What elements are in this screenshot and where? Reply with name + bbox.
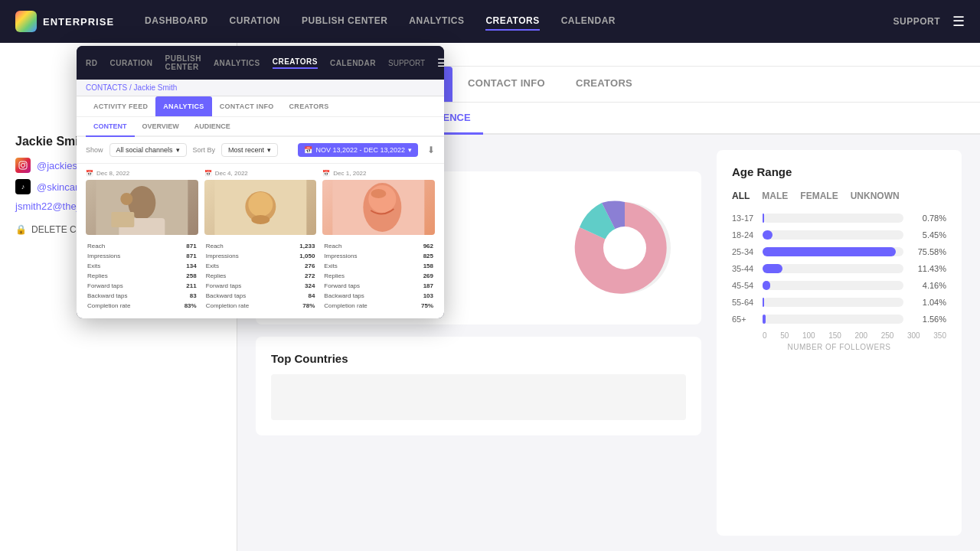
stat-row: Exits 134 (87, 261, 197, 271)
stat-row: Impressions 1,050 (206, 251, 315, 261)
axis-300: 300 (907, 331, 920, 340)
tiktok-icon: ♪ (15, 179, 31, 194)
axis-200: 200 (854, 331, 867, 340)
tab-contact-info[interactable]: CONTACT INFO (452, 67, 560, 102)
stat-label: Backward taps (206, 292, 246, 299)
axis-100: 100 (802, 331, 815, 340)
download-icon[interactable]: ⬇ (427, 145, 435, 155)
overlay-support[interactable]: SUPPORT (388, 59, 425, 67)
stat-label: Forward taps (87, 282, 123, 289)
age-filter-male[interactable]: MALE (762, 191, 788, 201)
stat-label: Impressions (206, 253, 239, 259)
svg-point-8 (24, 163, 26, 165)
age-filter-unknown[interactable]: UNKNOWN (851, 191, 900, 201)
stat-row: Replies 272 (206, 271, 315, 281)
age-range-title: Age Range (732, 165, 946, 178)
overlay-date-range: NOV 13,2022 - DEC 13,2022 (315, 146, 405, 154)
overlay-post-2: 📅 Dec 4, 2022 Reach 1,233 Impressions (204, 170, 317, 312)
overlay-breadcrumb-current: Jackie Smith (134, 83, 178, 92)
overlay-nav-creators[interactable]: CREATORS (273, 57, 318, 69)
nav-curation[interactable]: CURATION (230, 12, 280, 31)
overlay-tab-analytics[interactable]: ANALYTICS (155, 96, 211, 116)
overlay-hamburger-icon[interactable]: ☰ (437, 57, 444, 69)
top-navigation: ENTERPRISE DASHBOARD CURATION PUBLISH CE… (0, 0, 980, 43)
stat-label: Reach (324, 243, 341, 249)
svg-point-23 (371, 189, 387, 198)
age-bar-fill (763, 230, 773, 240)
stat-row: Completion rate 78% (206, 301, 315, 311)
stat-label: Exits (87, 262, 100, 269)
stat-row: Backward taps 84 (206, 291, 315, 301)
stat-value: 871 (186, 243, 196, 249)
stat-row: Forward taps 211 (87, 281, 197, 291)
overlay-date-button[interactable]: 📅 NOV 13,2022 - DEC 13,2022 ▾ (298, 143, 418, 157)
svg-point-22 (369, 185, 397, 213)
age-axis: 0 50 100 150 200 250 300 350 (732, 331, 946, 340)
svg-point-7 (21, 164, 25, 168)
stat-label: Exits (206, 262, 219, 269)
logo-icon (15, 11, 37, 32)
overlay-breadcrumb-parent[interactable]: CONTACTS (86, 83, 127, 92)
brand-name: ENTERPRISE (43, 16, 114, 28)
nav-dashboard[interactable]: DASHBOARD (145, 12, 208, 31)
age-range-label: 55-64 (732, 298, 756, 307)
hamburger-icon[interactable]: ☰ (952, 13, 965, 30)
nav-calendar[interactable]: CALENDAR (561, 12, 616, 31)
age-bar-pct: 0.78% (910, 214, 946, 223)
stat-value: 103 (423, 292, 433, 299)
overlay-nav-calendar[interactable]: CALENDAR (330, 59, 376, 67)
stat-label: Replies (87, 272, 108, 279)
overlay-show-select[interactable]: All social channels ▾ (109, 143, 187, 157)
overlay-sub-overview[interactable]: OVERVIEW (135, 117, 187, 135)
stat-value: 962 (423, 243, 433, 249)
svg-rect-15 (111, 212, 134, 227)
stat-row: Completion rate 75% (324, 301, 433, 311)
stat-label: Exits (324, 262, 337, 269)
age-range-label: 35-44 (732, 264, 756, 273)
age-bar-pct: 4.16% (910, 281, 946, 290)
overlay-post-1: 📅 Dec 8, 2022 Reach 871 Impressio (86, 170, 198, 312)
age-filter-row: ALL MALE FEMALE UNKNOWN (732, 191, 946, 201)
age-bar-track (763, 230, 903, 240)
post-1-stats: Reach 871 Impressions 871 Exits 134 Repl… (86, 240, 198, 312)
instagram-icon (15, 158, 31, 173)
tab-creators[interactable]: CREATORS (560, 67, 648, 102)
nav-right: SUPPORT ☰ (893, 13, 965, 30)
stat-value: 324 (305, 282, 315, 289)
nav-publish-center[interactable]: PUBLISH CENTER (302, 12, 387, 31)
stat-value: 825 (423, 253, 433, 259)
overlay-nav-publish[interactable]: PUBLISH CENTER (165, 54, 201, 71)
overlay-tab-contact[interactable]: CONTACT INFO (212, 96, 282, 116)
stat-row: Backward taps 83 (87, 291, 197, 301)
age-filter-all[interactable]: ALL (732, 191, 750, 201)
calendar-small-icon: 📅 (86, 170, 93, 177)
post-3-date: 📅 Dec 1, 2022 (322, 170, 435, 177)
overlay-tab-activity[interactable]: ACTIVITY FEED (86, 96, 155, 116)
age-bar-pct: 1.04% (910, 298, 946, 307)
overlay-tabs: ACTIVITY FEED ANALYTICS CONTACT INFO CRE… (77, 96, 444, 117)
overlay-sort-select[interactable]: Most recent ▾ (221, 143, 278, 157)
overlay-show-label: Show (86, 146, 103, 154)
age-bar-track (763, 247, 903, 256)
overlay-tab-creators[interactable]: CREATORS (282, 96, 337, 116)
stat-row: Completion rate 83% (87, 301, 197, 311)
stat-label: Completion rate (206, 302, 249, 309)
stat-label: Reach (87, 243, 105, 249)
nav-analytics[interactable]: ANALYTICS (409, 12, 464, 31)
support-link[interactable]: SUPPORT (893, 16, 940, 27)
logo[interactable]: ENTERPRISE (15, 11, 114, 32)
overlay-nav-rd[interactable]: RD (86, 59, 97, 67)
age-bar-track (763, 281, 903, 290)
age-filter-female[interactable]: FEMALE (800, 191, 838, 201)
stat-value: 134 (186, 262, 196, 269)
stat-value: 276 (305, 262, 315, 269)
overlay-sub-audience[interactable]: AUDIENCE (187, 117, 238, 135)
post-2-image (204, 180, 317, 235)
overlay-nav-curation[interactable]: CURATION (109, 59, 152, 67)
post-3-stats: Reach 962 Impressions 825 Exits 158 Repl… (322, 240, 435, 312)
overlay-nav-analytics[interactable]: ANALYTICS (214, 59, 260, 67)
age-range-label: 65+ (732, 315, 756, 324)
overlay-sub-content[interactable]: CONTENT (86, 117, 135, 137)
stat-value: 272 (305, 272, 315, 279)
nav-creators[interactable]: CREATORS (485, 12, 539, 31)
